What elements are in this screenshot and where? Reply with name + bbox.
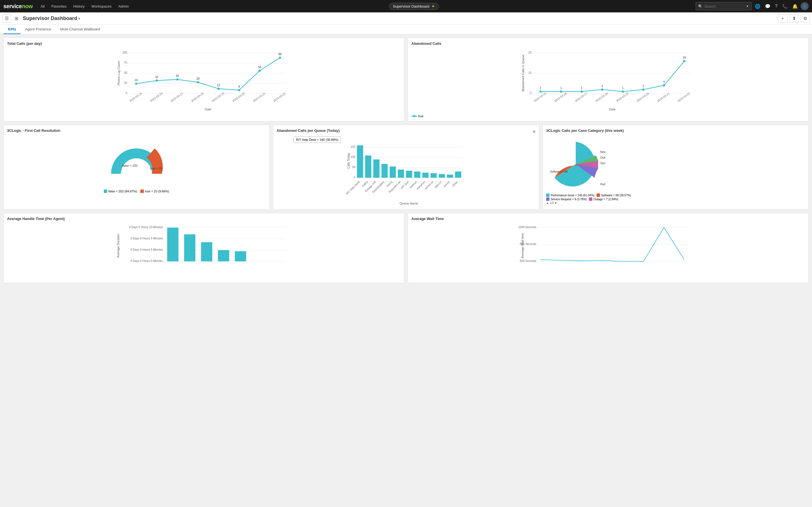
tab-agent-presence[interactable]: Agent Presence <box>20 25 56 34</box>
svg-point-37 <box>580 91 583 93</box>
nav-favorites[interactable]: Favorites <box>48 0 70 12</box>
globe-icon[interactable]: 🌐 <box>753 3 762 10</box>
svg-text:88: 88 <box>278 53 282 56</box>
chat-icon[interactable]: 💬 <box>763 3 772 10</box>
svg-text:75: 75 <box>124 61 128 64</box>
svg-text:2: 2 <box>601 84 603 88</box>
abandoned-calls-line <box>541 61 684 92</box>
svg-text:New Feature Request = 5: New Feature Request = 5 <box>600 151 605 154</box>
svg-rect-115 <box>218 250 229 262</box>
svg-text:2022-03-15: 2022-03-15 <box>129 92 143 103</box>
out-swatch <box>589 198 592 201</box>
svg-text:Phone Log Count: Phone Log Count <box>117 61 120 86</box>
avg-handle-time-card: Average Handle Time (Per Agent) 0 Days 0… <box>3 213 404 283</box>
legend-true-label: true <box>418 114 423 118</box>
nav-center: Supervisor Dashboard ★ <box>132 3 696 10</box>
legend-nav[interactable]: ▲ 1/4 ▼ <box>546 202 557 205</box>
sr-swatch <box>546 198 550 201</box>
nav-history[interactable]: History <box>70 0 88 12</box>
svg-text:1000 Seconds: 1000 Seconds <box>518 226 536 229</box>
servicenow-logo[interactable]: servicenow <box>3 3 33 10</box>
search-input[interactable] <box>704 4 744 8</box>
fcr-donut-chart: false = 202 true = 23 <box>105 137 167 188</box>
svg-text:2022-03-19: 2022-03-19 <box>615 92 629 103</box>
svg-point-38 <box>601 89 603 91</box>
tab-kpis[interactable]: KPIs <box>3 25 20 34</box>
svg-rect-113 <box>184 234 195 262</box>
apq-menu-icon[interactable]: ≡ <box>533 129 536 134</box>
svg-text:12: 12 <box>217 83 220 87</box>
dashboard-pill[interactable]: Supervisor Dashboard ★ <box>389 3 439 10</box>
awt-chart: 1000 Seconds 800 Seconds 600 Seconds Ave… <box>411 223 805 279</box>
help-icon[interactable]: ? <box>773 3 779 10</box>
legend-true-swatch <box>411 116 417 117</box>
bell-icon[interactable]: 🔔 <box>791 3 800 10</box>
category-legend: Performance Issue = 146 (61.34%) Softwar… <box>546 193 805 205</box>
svg-text:Performance Issue = 1...: Performance Issue = 1... <box>600 183 605 186</box>
svg-text:1: 1 <box>622 87 624 90</box>
svg-text:0 Days 0 Hours 8 Minutes: 0 Days 0 Hours 8 Minutes <box>131 237 163 240</box>
data-point <box>259 69 261 72</box>
svg-rect-78 <box>414 172 420 178</box>
nav-right: 🔍 ▾ 🌐 💬 ? 📞 🔔 👤 <box>696 2 809 10</box>
tab-multichannel[interactable]: Multi-Channel Wallboard <box>56 25 105 34</box>
svg-text:50: 50 <box>124 71 128 74</box>
add-widget-button[interactable]: ＋ <box>778 14 788 23</box>
dashboard-pill-label: Supervisor Dashboard <box>393 4 429 8</box>
first-call-resolution-card: 3CLogic - First Call Resolution false = … <box>3 125 269 210</box>
svg-text:Average Duration: Average Duration <box>116 233 120 258</box>
svg-rect-79 <box>422 173 428 178</box>
sw-legend: Software = 68 (28.57%) <box>597 193 631 197</box>
apq-title: Abandoned Calls per Queue (Today) <box>276 128 340 133</box>
grid-view-icon[interactable]: ⊞ <box>12 15 20 22</box>
sw-label: Software = 68 (28.57%) <box>601 194 631 197</box>
svg-text:50: 50 <box>352 166 356 169</box>
apq-tooltip-text: RIT Help Desk = 160 (30.89%) <box>296 138 338 142</box>
svg-text:GenQ: GenQ <box>386 180 393 187</box>
fcr-false-label: false = 202 (84.87%) <box>108 189 137 193</box>
title-dropdown-icon[interactable]: ▾ <box>79 17 80 20</box>
row-1: Total Calls (per day) 100 75 50 25 0 Pho… <box>3 38 809 121</box>
share-button[interactable]: ⬆ <box>790 14 799 23</box>
svg-text:100: 100 <box>122 51 127 54</box>
data-point <box>279 57 281 59</box>
abandoned-calls-chart: 20 10 0 Abandoned Calls in Queue <box>411 48 805 113</box>
out-legend: Outage = 7 (2.94%) <box>589 198 618 201</box>
row-2: 3CLogic - First Call Resolution false = … <box>3 125 809 210</box>
svg-point-42 <box>683 60 686 62</box>
aht-title: Average Handle Time (Per Agent) <box>7 217 401 221</box>
svg-text:Queue Name: Queue Name <box>400 202 418 205</box>
nav-workspaces[interactable]: Workspaces <box>88 0 115 12</box>
svg-text:Calls Today: Calls Today <box>347 153 350 169</box>
svg-text:2022-03-20: 2022-03-20 <box>636 92 650 103</box>
search-icon: 🔍 <box>698 4 703 8</box>
abandoned-calls-card: Abandoned Calls 20 10 0 Abandoned Calls … <box>408 38 809 121</box>
total-calls-card: Total Calls (per day) 100 75 50 25 0 Pho… <box>3 38 404 121</box>
apq-bar-chart: 150 100 50 0 Calls Today <box>276 144 536 206</box>
nav-all[interactable]: All <box>37 0 48 12</box>
svg-text:Average Wait time: Average Wait time <box>521 233 524 258</box>
svg-text:24: 24 <box>135 78 138 82</box>
svg-text:ericen: ericen <box>443 180 450 188</box>
pi-label: Performance Issue = 146 (61.34%) <box>551 194 594 197</box>
search-box[interactable]: 🔍 ▾ <box>696 2 752 10</box>
data-point <box>176 78 179 80</box>
svg-text:1: 1 <box>581 87 582 90</box>
search-dropdown-icon[interactable]: ▾ <box>746 4 749 8</box>
settings-button[interactable]: ⚙ <box>801 14 810 23</box>
nav-links: All Favorites History Workspaces Admin <box>37 0 132 12</box>
user-avatar[interactable]: 👤 <box>801 2 809 10</box>
menu-toggle-button[interactable]: ☰ <box>2 14 11 22</box>
svg-text:2022-03-16: 2022-03-16 <box>554 92 567 103</box>
nav-admin[interactable]: Admin <box>115 0 132 12</box>
svg-text:2022-03-18: 2022-03-18 <box>191 92 204 103</box>
svg-text:2022-03-21: 2022-03-21 <box>252 92 266 103</box>
data-point <box>156 79 158 82</box>
svg-rect-73 <box>373 159 379 178</box>
svg-text:0 Days 0 Hours 5 Minutes: 0 Days 0 Hours 5 Minutes <box>131 260 163 263</box>
svg-text:28: 28 <box>196 77 200 80</box>
svg-text:Abandoned Calls in Queue: Abandoned Calls in Queue <box>521 55 525 92</box>
page-title: Supervisor Dashboard <box>23 15 77 21</box>
svg-rect-112 <box>167 228 179 262</box>
phone-icon[interactable]: 📞 <box>780 3 790 10</box>
